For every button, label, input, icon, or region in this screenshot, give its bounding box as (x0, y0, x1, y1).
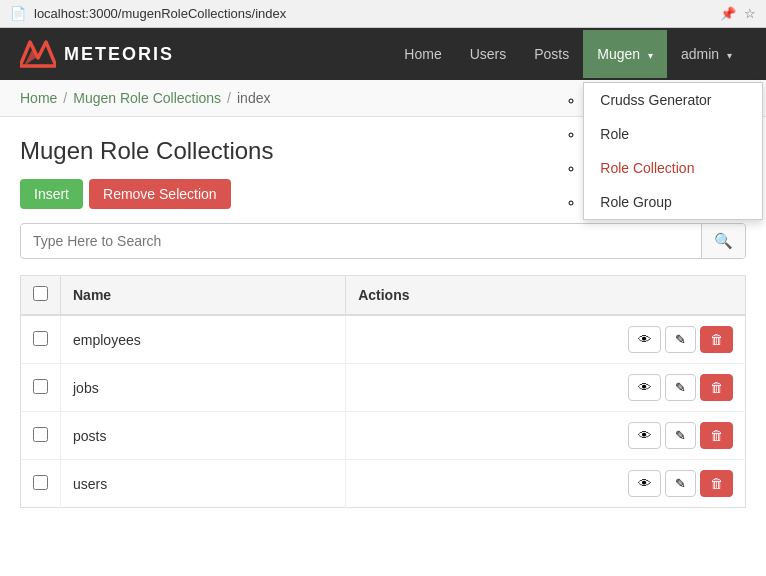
remove-selection-button[interactable]: Remove Selection (89, 179, 231, 209)
search-bar: 🔍 (20, 223, 746, 259)
brand: METEORIS (20, 38, 174, 70)
star-icon[interactable]: ☆ (744, 6, 756, 21)
delete-button[interactable]: 🗑 (700, 422, 733, 449)
pencil-icon: ✎ (675, 428, 686, 443)
navbar: METEORIS Home Users Posts Mugen ▾ Crudss… (0, 28, 766, 80)
trash-icon: 🗑 (710, 380, 723, 395)
data-table: Name Actions employees 👁 ✎ 🗑 (20, 275, 746, 508)
nav-users-link[interactable]: Users (456, 30, 521, 78)
svg-marker-0 (20, 42, 56, 66)
pencil-icon: ✎ (675, 332, 686, 347)
row-name: employees (61, 315, 346, 364)
dropdown-item-role-collection[interactable]: Role Collection (584, 151, 762, 185)
edit-button[interactable]: ✎ (665, 470, 696, 497)
row-name: posts (61, 412, 346, 460)
trash-icon: 🗑 (710, 428, 723, 443)
table-header: Name Actions (21, 276, 746, 316)
trash-icon: 🗑 (710, 476, 723, 491)
nav-posts[interactable]: Posts (520, 30, 583, 78)
col-actions: Actions (346, 276, 746, 316)
select-all-checkbox[interactable] (33, 286, 48, 301)
nav-mugen-link[interactable]: Mugen ▾ (583, 30, 667, 78)
view-button[interactable]: 👁 (628, 326, 661, 353)
browser-bar: 📄 localhost:3000/mugenRoleCollections/in… (0, 0, 766, 28)
eye-icon: 👁 (638, 428, 651, 443)
row-actions: 👁 ✎ 🗑 (346, 315, 746, 364)
edit-button[interactable]: ✎ (665, 422, 696, 449)
breadcrumb-sep-2: / (227, 90, 231, 106)
dropdown-item-role-group[interactable]: Role Group (584, 185, 762, 219)
edit-button[interactable]: ✎ (665, 374, 696, 401)
brand-text: METEORIS (64, 44, 174, 65)
breadcrumb-mugen-role[interactable]: Mugen Role Collections (73, 90, 221, 106)
delete-button[interactable]: 🗑 (700, 470, 733, 497)
pin-icon[interactable]: 📌 (720, 6, 736, 21)
insert-button[interactable]: Insert (20, 179, 83, 209)
nav-admin[interactable]: admin ▾ (667, 30, 746, 78)
pencil-icon: ✎ (675, 476, 686, 491)
row-checkbox[interactable] (33, 379, 48, 394)
trash-icon: 🗑 (710, 332, 723, 347)
eye-icon: 👁 (638, 380, 651, 395)
view-button[interactable]: 👁 (628, 470, 661, 497)
search-button[interactable]: 🔍 (701, 224, 745, 258)
nav-admin-link[interactable]: admin ▾ (667, 30, 746, 78)
nav-home[interactable]: Home (390, 30, 455, 78)
table-row: jobs 👁 ✎ 🗑 (21, 364, 746, 412)
breadcrumb-sep-1: / (63, 90, 67, 106)
url-bar[interactable]: localhost:3000/mugenRoleCollections/inde… (34, 6, 712, 21)
edit-button[interactable]: ✎ (665, 326, 696, 353)
view-button[interactable]: 👁 (628, 422, 661, 449)
nav-posts-link[interactable]: Posts (520, 30, 583, 78)
row-name: jobs (61, 364, 346, 412)
view-button[interactable]: 👁 (628, 374, 661, 401)
delete-button[interactable]: 🗑 (700, 374, 733, 401)
col-name: Name (61, 276, 346, 316)
delete-button[interactable]: 🗑 (700, 326, 733, 353)
dropdown-item-role[interactable]: Role (584, 117, 762, 151)
table-row: posts 👁 ✎ 🗑 (21, 412, 746, 460)
breadcrumb-index: index (237, 90, 270, 106)
page-icon: 📄 (10, 6, 26, 21)
table-row: users 👁 ✎ 🗑 (21, 460, 746, 508)
dropdown-item-crudss[interactable]: Crudss Generator (584, 83, 762, 117)
admin-caret: ▾ (727, 50, 732, 61)
eye-icon: 👁 (638, 476, 651, 491)
mugen-caret: ▾ (648, 50, 653, 61)
row-checkbox[interactable] (33, 427, 48, 442)
col-checkbox (21, 276, 61, 316)
mugen-dropdown-menu: Crudss Generator Role Role Collection Ro… (583, 82, 763, 220)
row-checkbox-cell (21, 412, 61, 460)
row-checkbox[interactable] (33, 475, 48, 490)
nav-mugen[interactable]: Mugen ▾ Crudss Generator Role Role Colle… (583, 30, 667, 78)
table-body: employees 👁 ✎ 🗑 jobs (21, 315, 746, 508)
row-checkbox[interactable] (33, 331, 48, 346)
nav-home-link[interactable]: Home (390, 30, 455, 78)
row-checkbox-cell (21, 315, 61, 364)
search-input[interactable] (21, 225, 701, 257)
row-checkbox-cell (21, 364, 61, 412)
pencil-icon: ✎ (675, 380, 686, 395)
row-actions: 👁 ✎ 🗑 (346, 412, 746, 460)
eye-icon: 👁 (638, 332, 651, 347)
row-checkbox-cell (21, 460, 61, 508)
brand-logo (20, 38, 56, 70)
row-actions: 👁 ✎ 🗑 (346, 364, 746, 412)
row-name: users (61, 460, 346, 508)
row-actions: 👁 ✎ 🗑 (346, 460, 746, 508)
table-row: employees 👁 ✎ 🗑 (21, 315, 746, 364)
nav-users[interactable]: Users (456, 30, 521, 78)
nav-links: Home Users Posts Mugen ▾ Crudss Generato… (390, 30, 746, 78)
breadcrumb-home[interactable]: Home (20, 90, 57, 106)
